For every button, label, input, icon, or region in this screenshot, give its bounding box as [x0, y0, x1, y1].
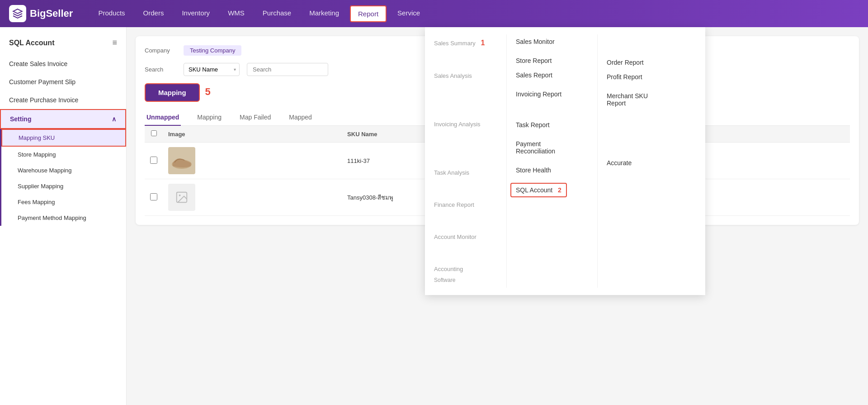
- dropdown-col3: Order Report Profit Report Merchant SKUR…: [598, 34, 688, 288]
- row1-image-cell: [163, 143, 342, 179]
- row1-product-image: [168, 147, 195, 174]
- sidebar-group-setting-label: Setting: [10, 115, 31, 123]
- sidebar-item-create-purchase-invoice[interactable]: Create Purchase Invoice: [0, 91, 126, 109]
- dropdown-cat-accounting: Accounting: [425, 261, 506, 277]
- dropdown-cat-account-monitor: Account Monitor: [425, 229, 506, 245]
- dropdown-item-order-report[interactable]: Order Report: [598, 55, 688, 70]
- tab-mapping[interactable]: Mapping: [195, 109, 223, 125]
- dropdown-item-profit-report[interactable]: Profit Report: [598, 70, 688, 84]
- search-input[interactable]: [247, 63, 328, 76]
- top-navigation: BigSeller Products Orders Inventory WMS …: [0, 0, 868, 27]
- sidebar-item-customer-payment-slip[interactable]: Customer Payment Slip: [0, 73, 126, 91]
- logo-icon: [9, 5, 26, 22]
- svg-point-3: [179, 195, 181, 196]
- sidebar-item-payment-method-mapping[interactable]: Payment Method Mapping: [1, 210, 126, 226]
- sidebar-item-mapping-sku[interactable]: Mapping SKU: [1, 129, 126, 147]
- nav-inventory[interactable]: Inventory: [175, 5, 217, 22]
- dropdown-item-sql-account[interactable]: SQL Account 2: [510, 183, 567, 197]
- dropdown-item-store-report[interactable]: Store Report: [507, 53, 597, 68]
- annotation-5: 5: [205, 86, 211, 97]
- nav-service[interactable]: Service: [390, 5, 427, 22]
- sidebar-toggle-icon[interactable]: ≡: [112, 38, 117, 48]
- row1-checkbox-cell: [145, 143, 163, 179]
- dropdown-col1: Sales Summary 1 Sales Analysis Invoicing…: [425, 34, 506, 288]
- nav-orders[interactable]: Orders: [136, 5, 171, 22]
- sidebar-item-warehouse-mapping[interactable]: Warehouse Mapping: [1, 162, 126, 178]
- chevron-up-icon: ∧: [112, 115, 116, 123]
- sidebar-title: SQL Account: [9, 39, 54, 47]
- nav-menu: Products Orders Inventory WMS Purchase M…: [91, 5, 859, 22]
- row2-image-cell: [163, 179, 342, 216]
- dropdown-item-sales-monitor[interactable]: Sales Monitor: [507, 34, 597, 49]
- sidebar-item-supplier-mapping[interactable]: Supplier Mapping: [1, 178, 126, 194]
- dropdown-item-accurate[interactable]: Accurate: [598, 156, 688, 170]
- nav-products[interactable]: Products: [91, 5, 132, 22]
- company-label: Company: [145, 47, 176, 54]
- sidebar: SQL Account ≡ Create Sales Invoice Custo…: [0, 27, 127, 405]
- tab-map-failed[interactable]: Map Failed: [238, 109, 273, 125]
- dropdown-item-store-health[interactable]: Store Health: [507, 163, 597, 177]
- dropdown-cat-task-analysis: Task Analysis: [425, 165, 506, 181]
- dropdown-item-task-report[interactable]: Task Report: [507, 118, 597, 132]
- select-all-checkbox[interactable]: [151, 130, 157, 136]
- nav-wms[interactable]: WMS: [221, 5, 252, 22]
- dropdown-cat-finance-report: Finance Report: [425, 197, 506, 213]
- dropdown-cat-sales-analysis: Sales Analysis: [425, 68, 506, 84]
- main-layout: SQL Account ≡ Create Sales Invoice Custo…: [0, 27, 868, 405]
- shoe-image-placeholder: [168, 147, 195, 174]
- dropdown-col2: Sales Monitor Store Report Sales Report …: [507, 34, 597, 288]
- logo[interactable]: BigSeller: [9, 5, 73, 22]
- sidebar-item-store-mapping[interactable]: Store Mapping: [1, 147, 126, 162]
- tab-unmapped[interactable]: Unmapped: [145, 109, 181, 125]
- dropdown-item-sales-report[interactable]: Sales Report: [507, 68, 597, 82]
- annotation-2: 2: [558, 186, 561, 194]
- nav-report[interactable]: Report: [350, 5, 387, 22]
- nav-purchase[interactable]: Purchase: [255, 5, 298, 22]
- mapping-button[interactable]: Mapping: [145, 83, 200, 102]
- company-value: Testing Company: [184, 45, 241, 56]
- tab-mapped[interactable]: Mapped: [287, 109, 314, 125]
- row2-checkbox-cell: [145, 179, 163, 216]
- row1-checkbox[interactable]: [150, 157, 157, 164]
- search-type-select[interactable]: SKU Name Product Name: [184, 63, 240, 76]
- row2-image-placeholder: [168, 184, 195, 211]
- col-checkbox: [145, 126, 163, 143]
- annotation-1: 1: [481, 39, 485, 47]
- nav-marketing[interactable]: Marketing: [302, 5, 346, 22]
- image-icon: [175, 191, 189, 204]
- sidebar-item-fees-mapping[interactable]: Fees Mapping: [1, 194, 126, 210]
- dropdown-cat-invoicing-analysis: Invoicing Analysis: [425, 116, 506, 132]
- search-label: Search: [145, 66, 176, 73]
- logo-text: BigSeller: [30, 8, 73, 19]
- row2-checkbox[interactable]: [150, 193, 157, 200]
- sidebar-header: SQL Account ≡: [0, 34, 126, 55]
- dropdown-cat-sales-summary: Sales Summary 1: [425, 34, 506, 52]
- dropdown-item-invoicing-report[interactable]: Invoicing Report: [507, 87, 597, 101]
- report-dropdown: Sales Summary 1 Sales Analysis Invoicing…: [425, 27, 705, 295]
- dropdown-item-payment-reconciliation[interactable]: PaymentReconciliation: [507, 137, 597, 158]
- search-select-wrapper: SKU Name Product Name ▾: [184, 63, 240, 76]
- sidebar-item-create-sales-invoice[interactable]: Create Sales Invoice: [0, 55, 126, 73]
- sidebar-group-setting: Setting ∧ Mapping SKU Store Mapping Ware…: [0, 109, 126, 226]
- dropdown-item-merchant-sku-report[interactable]: Merchant SKUReport: [598, 89, 688, 110]
- col-image: Image: [163, 126, 342, 143]
- dropdown-cat-software: Software: [425, 277, 506, 288]
- sidebar-group-setting-header[interactable]: Setting ∧: [0, 109, 126, 129]
